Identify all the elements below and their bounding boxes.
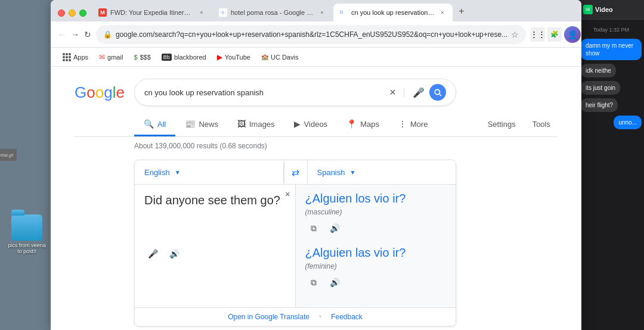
- logo-g: g: [104, 83, 112, 102]
- msg-bubble-received-1: idk neithe: [581, 64, 616, 77]
- bookmark-apps-label: Apps: [73, 54, 88, 61]
- search-divider: |: [403, 87, 405, 98]
- bookmark-youtube[interactable]: ▶ YouTube: [212, 51, 255, 64]
- source-lang-selector[interactable]: English ▼: [135, 162, 284, 183]
- tab-2-favicon: G: [219, 8, 227, 17]
- fail-gif-label: %fail.gif: [0, 153, 13, 157]
- money-icon: $: [134, 54, 137, 61]
- logo-o2: o: [95, 83, 104, 102]
- tab-3-title: cn you look up reservation sp...: [351, 9, 435, 16]
- nav-videos-label: Videos: [304, 120, 328, 129]
- nav-news-label: News: [199, 120, 218, 129]
- maps-icon: 📍: [346, 119, 357, 129]
- result-1-speaker-icon[interactable]: 🔊: [327, 220, 343, 236]
- source-mic-icon[interactable]: 🎤: [144, 245, 161, 262]
- nav-bar: ← → ↻ 🔒 google.com/search?q=cn+you+look+…: [51, 21, 581, 48]
- tab-2-close[interactable]: ×: [318, 8, 326, 17]
- nav-maps-label: Maps: [360, 120, 379, 129]
- google-logo: G o o g l e: [75, 83, 125, 102]
- more-icon: ⋮: [398, 119, 407, 129]
- source-text: Did anyone see them go?: [144, 192, 286, 228]
- minimize-button[interactable]: [69, 10, 76, 17]
- result-2-speaker-icon[interactable]: 🔊: [327, 274, 343, 291]
- close-button[interactable]: [58, 10, 65, 17]
- target-lang-selector[interactable]: Spanish ▼: [308, 162, 456, 183]
- messages-title: Video: [595, 6, 613, 13]
- bookmark-blackbored-label: blackbored: [174, 54, 206, 61]
- search-query-text: cn you look up reservation spanish: [144, 88, 264, 97]
- logo-e: e: [116, 83, 124, 102]
- bookmark-apps[interactable]: Apps: [58, 51, 93, 64]
- msg-bubble-sent-2: unno...: [614, 116, 642, 129]
- folder-icon-pics: [11, 214, 42, 241]
- svg-line-4: [439, 94, 441, 96]
- bookmark-ucdavis[interactable]: 🏫 UC Davis: [256, 51, 303, 63]
- nav-item-images[interactable]: 🖼 Images: [228, 113, 284, 136]
- translation-result-1: ¿Alguien los vio ir? (masculine) ⧉ 🔊: [305, 192, 447, 236]
- translation-footer: Open in Google Translate • Feedback: [135, 307, 456, 326]
- nav-item-videos[interactable]: ▶ Videos: [284, 113, 338, 136]
- translation-target: ¿Alguien los vio ir? (masculine) ⧉ 🔊 ¿Al…: [296, 185, 456, 307]
- msg-bubble-received-2: its just goin: [581, 81, 620, 95]
- tab-3[interactable]: G cn you look up reservation sp... ×: [333, 4, 453, 21]
- nav-item-all[interactable]: 🔍 All: [134, 113, 175, 136]
- result-2-actions: ⧉ 🔊: [305, 274, 447, 291]
- microphone-icon[interactable]: 🎤: [413, 87, 425, 98]
- apps-grid-icon: [63, 53, 71, 61]
- reload-button[interactable]: ↻: [84, 26, 91, 43]
- address-text: google.com/search?q=cn+you+look+up+reser…: [116, 30, 507, 39]
- bookmark-money[interactable]: $ $$$: [129, 51, 155, 63]
- result-1-text: ¿Alguien los vio ir?: [305, 192, 447, 206]
- new-tab-button[interactable]: +: [454, 4, 469, 19]
- fail-gif-thumbnail: %fail.gif: [0, 149, 17, 161]
- bookmark-star-icon[interactable]: ☆: [511, 30, 519, 39]
- images-icon: 🖼: [237, 119, 246, 129]
- bookmark-ucdavis-label: UC Davis: [271, 54, 298, 61]
- search-button[interactable]: [429, 84, 446, 101]
- search-clear-icon[interactable]: ×: [389, 86, 396, 99]
- result-2-copy-icon[interactable]: ⧉: [305, 274, 322, 291]
- browser-window: M FWD: Your Expedia Itinerary f... × G h…: [51, 0, 581, 330]
- source-lang-dropdown-icon: ▼: [175, 169, 181, 176]
- address-bar[interactable]: 🔒 google.com/search?q=cn+you+look+up+res…: [96, 25, 526, 44]
- bookmarks-bar: Apps ✉ gmail $ $$$ Bb blackbored ▶ YouTu…: [51, 48, 581, 67]
- nav-images-label: Images: [249, 120, 275, 129]
- nav-item-news[interactable]: 📰 News: [175, 113, 228, 136]
- maximize-button[interactable]: [79, 10, 86, 17]
- forward-button[interactable]: →: [71, 26, 79, 43]
- nav-more-label: More: [410, 120, 428, 129]
- videos-icon: ▶: [294, 119, 301, 129]
- translation-header: English ▼ ⇄ Spanish ▼: [135, 160, 456, 184]
- swap-languages-button[interactable]: ⇄: [284, 160, 308, 184]
- source-clear-icon[interactable]: ×: [285, 189, 290, 199]
- settings-button[interactable]: Settings: [481, 115, 523, 135]
- nav-item-maps[interactable]: 📍 Maps: [337, 113, 389, 136]
- nav-item-more[interactable]: ⋮ More: [389, 113, 438, 136]
- logo-o1: o: [86, 83, 95, 102]
- tab-3-close[interactable]: ×: [438, 8, 447, 17]
- tab-1[interactable]: M FWD: Your Expedia Itinerary f... ×: [92, 4, 212, 21]
- translation-widget: English ▼ ⇄ Spanish ▼ Did anyone see the…: [134, 160, 456, 326]
- tools-button[interactable]: Tools: [525, 115, 558, 135]
- extension-icon-2[interactable]: 🧩: [547, 27, 562, 42]
- result-1-copy-icon[interactable]: ⧉: [305, 220, 322, 236]
- bookmark-gmail[interactable]: ✉ gmail: [94, 51, 128, 64]
- google-search-header: G o o g l e cn you look up reservation s…: [75, 79, 558, 106]
- result-1-gender: (masculine): [305, 208, 447, 216]
- tab-2[interactable]: G hotel poma rosa - Google Sea... ×: [213, 4, 332, 21]
- profile-icon[interactable]: 👤: [564, 26, 581, 43]
- target-lang-dropdown-icon: ▼: [349, 169, 355, 176]
- back-button[interactable]: ←: [58, 26, 66, 43]
- extension-icon-1[interactable]: ⋮⋮: [531, 27, 545, 42]
- desktop-icon-folder-pics[interactable]: pics from veena to post!!: [6, 214, 48, 254]
- messages-body: Today 1:32 PM damn my m never show idk n…: [578, 20, 644, 330]
- translation-body: Did anyone see them go? × 🎤 🔊 ¿Alguien l…: [135, 184, 456, 307]
- open-google-translate-link[interactable]: Open in Google Translate: [228, 313, 309, 321]
- source-speaker-icon[interactable]: 🔊: [166, 245, 182, 262]
- translation-source[interactable]: Did anyone see them go? × 🎤 🔊: [135, 185, 296, 307]
- bookmark-blackbored[interactable]: Bb blackbored: [157, 51, 211, 63]
- feedback-link[interactable]: Feedback: [331, 313, 363, 321]
- search-box[interactable]: cn you look up reservation spanish × | 🎤: [134, 79, 456, 106]
- svg-text:G: G: [222, 11, 225, 14]
- tab-1-close[interactable]: ×: [197, 8, 206, 17]
